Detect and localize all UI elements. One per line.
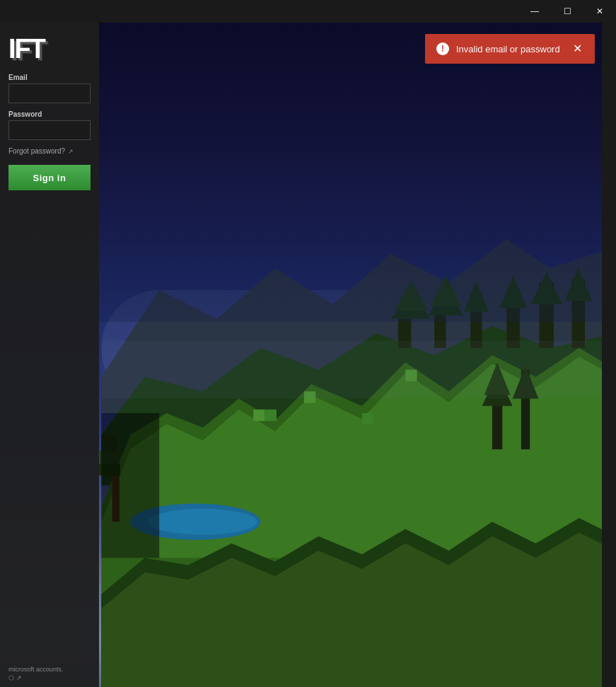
error-close-button[interactable]: ✕ [571,43,583,54]
login-panel: IFT Email Password Forgot password? ↗ Si… [0,23,99,687]
email-input[interactable] [8,83,91,103]
link-icon: ⬡ [8,674,14,681]
error-warning-icon: ! [436,42,449,55]
error-toast: ! Invalid email or password ✕ [425,34,595,64]
close-button[interactable]: ✕ [583,0,616,23]
svg-rect-39 [101,341,616,399]
right-sidebar [602,23,616,687]
error-message-text: Invalid email or password [456,44,564,54]
email-group: Email [8,74,91,103]
bottom-description: microsoft accounts. [8,665,91,674]
sign-in-button[interactable]: Sign in [8,165,91,190]
password-label: Password [8,110,91,118]
title-bar: — ☐ ✕ [0,0,616,23]
forgot-password-text: Forgot password? [8,147,65,155]
minimize-button[interactable]: — [518,0,551,23]
email-label: Email [8,74,91,81]
maximize-button[interactable]: ☐ [551,0,583,23]
password-group: Password [8,110,91,140]
game-logo: IFT [8,35,91,62]
bottom-info: microsoft accounts. ⬡ ↗ [0,659,99,687]
logo-area: IFT [8,35,91,62]
title-bar-controls: — ☐ ✕ [518,0,616,23]
external-icon: ↗ [16,674,22,681]
svg-rect-33 [253,410,265,421]
svg-rect-38 [101,413,159,558]
svg-point-21 [149,509,257,535]
forgot-password-link[interactable]: Forgot password? ↗ [8,147,91,155]
bottom-link[interactable]: ⬡ ↗ [8,674,91,681]
svg-rect-36 [362,413,373,425]
external-link-icon: ↗ [68,148,74,155]
svg-rect-34 [265,410,277,421]
password-input[interactable] [8,120,91,140]
